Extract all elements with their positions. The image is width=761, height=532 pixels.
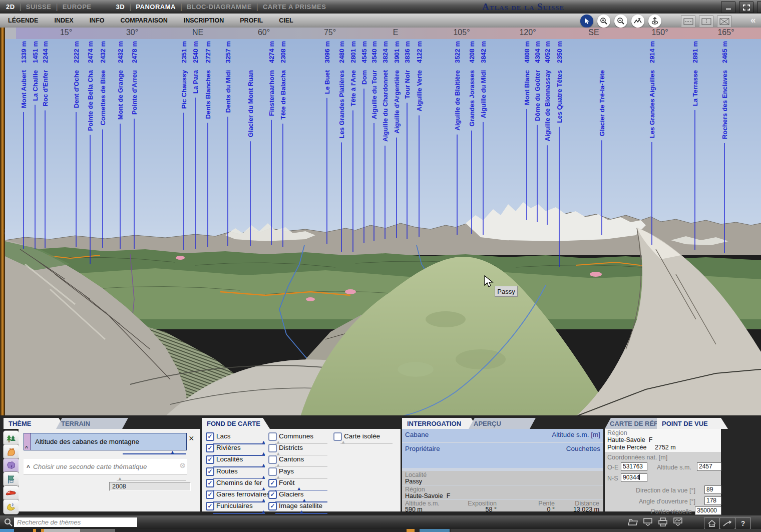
- tab-fond-de-carte[interactable]: FOND DE CARTE: [202, 418, 270, 429]
- alt-input[interactable]: 2457: [697, 462, 721, 471]
- communication-phone-button[interactable]: [3, 499, 19, 514]
- portee-input[interactable]: 350000: [695, 506, 721, 515]
- europe-button[interactable]: EUROPE: [63, 3, 92, 11]
- peak-name-label: Glacier de Tré-la-Tête: [598, 70, 606, 136]
- slider-handle-icon[interactable]: ▲: [118, 476, 122, 481]
- close-theme-icon[interactable]: ×: [189, 434, 194, 443]
- menu-ciel[interactable]: CIEL: [279, 17, 293, 24]
- slider-handle-icon[interactable]: ▲: [299, 509, 304, 514]
- peak-elevation-label: 2432 m: [99, 41, 107, 63]
- tab-terrain[interactable]: TERRAIN: [56, 418, 128, 429]
- peak-name-label: Mont de Grange: [117, 70, 124, 120]
- year-field[interactable]: 2008: [109, 482, 191, 491]
- carte-a-prismes-tab[interactable]: CARTE A PRISMES: [263, 3, 326, 11]
- mode-3d-button[interactable]: 3D: [116, 3, 125, 11]
- second-theme-slider[interactable]: [117, 480, 186, 480]
- theme-color-swatch[interactable]: ^: [24, 433, 31, 450]
- map-layer-item: ✓Gares ferroviaires▲: [206, 490, 267, 501]
- export-box-button[interactable]: [642, 517, 653, 528]
- peak-name-label: Pointe de Bella Cha: [87, 70, 94, 131]
- menu-profil[interactable]: PROFIL: [240, 17, 263, 24]
- layer-opacity-slider[interactable]: ▲: [340, 441, 393, 444]
- angle-input[interactable]: 178: [704, 496, 721, 505]
- pointer-tool-icon[interactable]: [580, 15, 593, 28]
- tab-apercu[interactable]: APERÇU: [469, 418, 536, 429]
- layer-checkbox[interactable]: ✓: [268, 502, 277, 510]
- layer-checkbox[interactable]: ✓: [206, 467, 214, 476]
- couchettes-label[interactable]: Couchettes: [566, 445, 600, 452]
- split-vertical-icon[interactable]: [699, 16, 713, 28]
- direction-input[interactable]: 89: [704, 485, 721, 494]
- menu-comparaison[interactable]: COMPARAISON: [121, 17, 168, 24]
- second-theme-combo[interactable]: ^ Choisir une seconde carte thématique ⊗: [24, 459, 187, 474]
- panorama-tab[interactable]: PANORAMA: [136, 3, 176, 11]
- peak-elevation-label: 3824 m: [382, 41, 389, 63]
- layer-checkbox[interactable]: ✓: [206, 432, 214, 441]
- measure-arrow-button[interactable]: [719, 517, 735, 529]
- layer-checkbox[interactable]: ✓: [206, 490, 214, 499]
- viewpoint-icon[interactable]: [648, 15, 661, 28]
- peak-name-label: Aiguille Verte: [416, 70, 423, 111]
- menu-info[interactable]: INFO: [90, 17, 105, 24]
- layer-checkbox[interactable]: ✓: [206, 444, 214, 452]
- panorama-3d-view[interactable]: 1339 mMont Aubert1451 mLa Chaille2244 mR…: [5, 39, 761, 416]
- close-view-icon[interactable]: [717, 16, 731, 28]
- theme-search-input[interactable]: Recherche de thèmes: [14, 517, 137, 527]
- peak-elevation-label: 3522 m: [454, 41, 461, 63]
- pan-terrain-icon[interactable]: [631, 15, 644, 28]
- peak-elevation-label: 1451 m: [32, 41, 39, 63]
- layer-checkbox[interactable]: ✓: [268, 479, 277, 487]
- layer-label: Glaciers: [279, 490, 304, 498]
- mode-2d-button[interactable]: 2D: [6, 3, 15, 11]
- zoom-in-icon[interactable]: [597, 15, 610, 28]
- clear-circle-icon[interactable]: ⊗: [179, 461, 186, 470]
- open-folder-button[interactable]: [627, 517, 638, 528]
- interrogation-row-2[interactable]: Propriétaire Couchettes: [402, 443, 603, 468]
- map-layer-item: ✓Forêt▲: [268, 478, 329, 489]
- peak-name-label: Mont Blanc: [523, 70, 531, 105]
- menu-inscription[interactable]: INSCRIPTION: [184, 17, 224, 24]
- slider-handle-icon[interactable]: ▲: [170, 450, 175, 454]
- transport-vehicle-button[interactable]: [3, 485, 19, 501]
- theme-opacity-slider[interactable]: [123, 453, 186, 454]
- interrogation-header-row[interactable]: Cabane Altitude s.m. [m]: [402, 429, 603, 442]
- selected-theme-box[interactable]: ^ Altitude des cabanes de montagne: [24, 433, 187, 450]
- printer-button[interactable]: [657, 517, 668, 528]
- peak-elevation-label: 2801 m: [349, 41, 357, 63]
- altitude-header[interactable]: Altitude s.m. [m]: [552, 431, 600, 438]
- layer-label: Forêt: [279, 479, 295, 486]
- oe-input[interactable]: 531763: [621, 462, 647, 471]
- slider-handle-icon[interactable]: ▲: [341, 440, 345, 444]
- suisse-button[interactable]: SUISSE: [26, 3, 52, 11]
- layer-checkbox[interactable]: ✓: [268, 490, 277, 499]
- menu-index[interactable]: INDEX: [54, 17, 73, 24]
- home-cabin-button[interactable]: [704, 517, 720, 529]
- layer-opacity-slider[interactable]: ▲: [213, 511, 265, 514]
- layer-checkbox[interactable]: ✓: [206, 455, 214, 464]
- restore-button[interactable]: [757, 2, 761, 13]
- maximize-button[interactable]: [739, 2, 753, 13]
- angle-label: Angle d'ouverture [°]: [639, 498, 695, 505]
- peak-elevation-label: 2478 m: [131, 41, 138, 63]
- tab-point-de-vue[interactable]: POINT DE VUE: [657, 418, 728, 429]
- collapse-toolbar-button[interactable]: «: [750, 15, 756, 26]
- peak-name-label: Les Grandes Aiguilles: [648, 70, 656, 138]
- chart-export-button[interactable]: [672, 517, 683, 528]
- layer-checkbox[interactable]: ✓: [206, 502, 214, 510]
- nature-forest-button[interactable]: [3, 430, 19, 446]
- layer-opacity-slider[interactable]: ▲: [275, 511, 327, 514]
- slider-handle-icon[interactable]: ▲: [261, 509, 266, 514]
- bloc-diagramme-tab[interactable]: BLOC-DIAGRAMME: [187, 3, 252, 11]
- zoom-out-icon[interactable]: [614, 15, 627, 28]
- economy-brain-button[interactable]: [3, 458, 19, 473]
- politics-flag-button[interactable]: [3, 471, 19, 487]
- society-face-button[interactable]: [3, 444, 19, 459]
- menu-legende[interactable]: LÉGENDE: [8, 17, 38, 24]
- minimize-button[interactable]: [721, 2, 735, 13]
- layer-checkbox[interactable]: ✓: [206, 479, 214, 487]
- tab-theme[interactable]: THÈME: [4, 418, 66, 429]
- ns-input[interactable]: 90344: [621, 473, 647, 482]
- split-horizontal-icon[interactable]: [681, 16, 695, 28]
- tab-interrogation[interactable]: INTERROGATION: [402, 418, 478, 429]
- help-button[interactable]: ?: [735, 517, 751, 529]
